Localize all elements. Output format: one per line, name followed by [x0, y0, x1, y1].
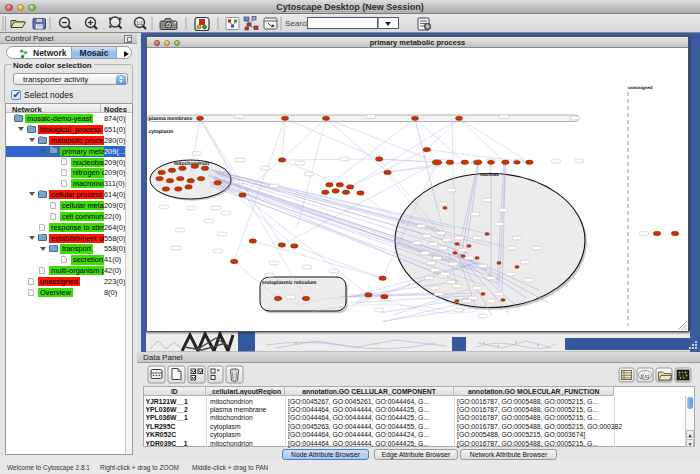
svg-text:plasma membrane: plasma membrane	[149, 116, 193, 122]
svg-text:nucleus: nucleus	[480, 172, 499, 178]
svg-text:1:1: 1:1	[137, 21, 144, 26]
svg-text:cytoplasm: cytoplasm	[149, 129, 174, 135]
svg-text:f(x): f(x)	[641, 372, 650, 380]
svg-text:unassigned: unassigned	[628, 85, 653, 90]
svg-text:endoplasmic reticulum: endoplasmic reticulum	[262, 280, 317, 286]
